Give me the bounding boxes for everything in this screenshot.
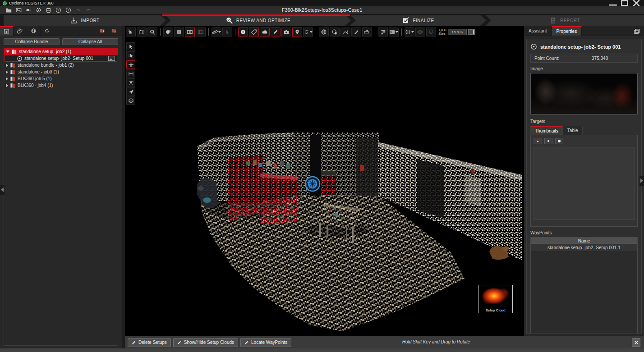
collapse-all-button[interactable]: Collapse All [62,38,118,45]
redo-icon[interactable] [83,7,93,14]
waypoints-column-header[interactable]: Name [531,238,637,244]
create-bundle-icon[interactable] [97,27,107,35]
collapse-left-panel-handle[interactable] [0,185,5,195]
tree-row-blk360-job4[interactable]: BLK360 - job4 (1) [4,82,118,89]
properties-content: standalone setup- job2- Setup 001 Point … [526,39,642,334]
motion-mode-button[interactable]: M [426,27,436,37]
select-tool-button[interactable] [126,42,135,50]
point-select-tool-button[interactable] [126,51,135,59]
view-all-button[interactable] [319,27,329,37]
pano-view-button[interactable] [196,27,206,37]
setup-image-preview[interactable] [530,73,638,114]
undo-icon[interactable] [73,7,83,14]
rotate-filter-button[interactable] [303,27,313,37]
step-import[interactable]: IMPORT [4,15,166,26]
save-image-button[interactable] [14,7,23,14]
measure-button[interactable] [212,27,221,37]
split-view-button[interactable] [185,27,195,37]
view-cube-dropdown-icon[interactable] [411,31,414,33]
scan-info-button[interactable] [378,27,388,37]
caret-right-icon[interactable] [6,64,8,67]
visual-alignment-button[interactable] [163,27,173,37]
fly-tool-button[interactable] [126,87,135,96]
target-thumbnail-2[interactable] [544,138,552,144]
tab-thumbnails[interactable]: Thumbnails [530,126,563,135]
pick-point-button[interactable] [222,27,232,37]
caret-right-icon[interactable] [6,84,8,87]
tab-links[interactable] [14,26,27,36]
waypoint-row[interactable]: standalone setup- job2- Setup 001-1 [531,244,637,251]
solid-view-button[interactable] [174,27,184,37]
rotate-dropdown-icon[interactable] [310,31,313,33]
tree-row-bundle-job1[interactable]: standalone bundle - job1 (2) [4,62,118,69]
cube-view-tool-button[interactable] [126,96,135,105]
split-bundle-icon[interactable] [109,27,119,35]
help-icon[interactable]: ? [53,7,63,14]
tree-row-bundle-job2[interactable]: standalone setup- job2 (1) [4,48,118,55]
image-section-label: Image [530,66,638,71]
tab-bundles[interactable] [0,26,14,36]
maximize-button[interactable] [620,0,630,6]
info-icon[interactable]: i [63,7,73,14]
filmstrip-button[interactable] [389,27,399,37]
close-bar-button[interactable] [632,338,640,347]
tab-assistant[interactable]: Assistant [524,26,552,36]
collapse-right-panel-handle[interactable] [639,176,644,186]
target-thumbnail-1[interactable] [534,138,542,144]
caret-down-icon[interactable] [6,50,9,53]
smart-select-button[interactable] [126,27,136,37]
bundle-icon [11,49,17,55]
delete-setups-button[interactable]: Delete Setups [128,338,171,347]
qlb-size-value[interactable]: 10.0 m [448,29,467,35]
locate-waypoints-button[interactable]: Locate WayPoints [240,338,291,347]
caret-right-icon[interactable] [6,77,8,81]
add-vertex-button[interactable] [340,27,350,37]
measure-dropdown-icon[interactable] [218,31,221,33]
look-around-tool-button[interactable] [126,78,135,87]
setup-cloud-thumbnail[interactable]: Setup Cloud [478,285,513,313]
target-thumbnail-3[interactable] [555,138,563,144]
filmstrip-dropdown-icon[interactable] [396,31,398,33]
duplicate-view-button[interactable] [137,27,147,37]
collapse-bundle-button[interactable]: Collapse Bundle [4,38,60,45]
tree-row-job3[interactable]: standalone - job3 (1) [4,69,118,75]
expand-panel-icon[interactable] [631,27,642,35]
add-setup-cloud-button[interactable] [260,27,270,37]
tab-table[interactable]: Table [563,126,583,135]
caret-right-icon[interactable] [6,70,8,74]
qlb-size-slider[interactable] [468,29,475,35]
database-icon[interactable] [43,7,53,14]
fit-cloud-button[interactable] [362,27,372,37]
zoom-window-button[interactable] [147,27,157,37]
import-device-button[interactable] [23,7,33,14]
add-tag-button[interactable] [249,27,259,37]
open-project-button[interactable] [4,7,14,14]
add-image-button[interactable] [281,27,291,37]
titlebar: Cyclone REGISTER 360 [0,0,644,6]
setup-image-icon[interactable] [108,56,115,61]
menubar: ? i F360-Blk2Setups-Ios3Setups-Case1 [0,6,644,14]
slice-tool-button[interactable] [351,27,361,37]
viewport-3d[interactable]: M QLBSize: 10.0 m Setup Clo [125,26,524,336]
minimize-button[interactable] [608,0,618,6]
tab-web[interactable] [27,26,41,36]
settings-gear-icon[interactable] [33,7,43,14]
pan-tool-button[interactable] [126,60,135,69]
tree-row-blk360-job5[interactable]: BLK360-job 5 (1) [4,75,118,82]
add-waypoint-button[interactable] [292,27,302,37]
tab-properties[interactable]: Properties [552,26,582,36]
step-finalize[interactable]: FINALIZE [350,15,486,26]
close-button[interactable] [631,0,641,6]
add-target-button[interactable] [238,27,248,37]
view-pin-button[interactable] [330,27,340,37]
view-cube-button[interactable] [405,27,414,37]
add-annotation-button[interactable] [271,27,281,37]
measure-distance-tool-button[interactable] [126,69,135,78]
tree-row-setup-001[interactable]: standalone setup- job2- Setup 001 [5,55,117,62]
orbit-mode-button[interactable] [415,27,425,37]
show-hide-setup-clouds-button[interactable]: Show/Hide Setup Clouds [173,338,238,347]
step-report[interactable]: REPORT [485,15,644,26]
tab-manage[interactable] [41,26,54,36]
step-review-and-optimize[interactable]: REVIEW AND OPTIMIZE [165,15,351,26]
point-count-label: Point Count: [534,56,559,61]
